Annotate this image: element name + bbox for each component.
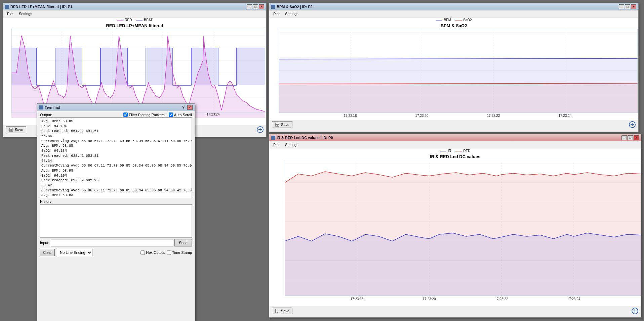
red-legend-line bbox=[117, 20, 123, 20]
timestamp-label[interactable]: Time Stamp bbox=[167, 250, 192, 255]
history-label: History: bbox=[37, 198, 195, 204]
hex-output-checkbox[interactable] bbox=[140, 250, 145, 255]
maximize-button[interactable]: □ bbox=[253, 4, 258, 9]
svg-text:17:23:22: 17:23:22 bbox=[487, 114, 500, 118]
red-dc-legend: RED bbox=[455, 149, 470, 153]
svg-marker-79 bbox=[285, 233, 641, 296]
window-controls-ir: ─ □ ✕ bbox=[621, 135, 639, 140]
svg-text:17:23:24: 17:23:24 bbox=[207, 112, 220, 116]
window-controls-bpm: ─ □ ✕ bbox=[619, 4, 636, 9]
bpm-chart-area: BPM SaO2 BPM & SaO2 bbox=[269, 17, 638, 120]
ir-target-icon[interactable] bbox=[632, 308, 638, 314]
output-header: Output: Filter Plotting Packets Auto Scr… bbox=[37, 111, 195, 118]
red-led-title: RED LED LP+MEAN filtered | ID: P1 bbox=[5, 5, 72, 9]
bpm-target-icon[interactable] bbox=[629, 121, 636, 128]
ir-red-title-bar: IR & RED Led DC values | ID: P0 ─ □ ✕ bbox=[269, 134, 641, 141]
hex-output-label[interactable]: Hex Output bbox=[140, 250, 165, 255]
red-led-chart-title: RED LED LP+MEAN filtered bbox=[3, 22, 266, 29]
window-icon bbox=[5, 5, 9, 9]
ir-red-title: IR & RED Led DC values | ID: P0 bbox=[271, 136, 333, 140]
minimize-button[interactable]: ─ bbox=[247, 4, 252, 9]
target-icon[interactable] bbox=[257, 126, 264, 133]
filter-checkbox-label[interactable]: Filter Plotting Packets bbox=[123, 112, 164, 117]
autoscroll-checkbox[interactable] bbox=[169, 112, 173, 117]
close-button[interactable]: ✕ bbox=[259, 4, 264, 9]
svg-rect-95 bbox=[277, 312, 278, 313]
output-label: Output: bbox=[40, 113, 52, 117]
svg-rect-35 bbox=[10, 130, 12, 131]
close-button-ir[interactable]: ✕ bbox=[634, 135, 639, 140]
input-row: Input: Send bbox=[37, 238, 195, 248]
svg-rect-93 bbox=[276, 309, 279, 311]
svg-rect-65 bbox=[277, 125, 278, 126]
save-icon bbox=[9, 127, 13, 132]
terminal-window: Terminal ? ✕ Output: Filter Plotting Pac… bbox=[37, 103, 195, 321]
terminal-controls: ? ✕ bbox=[180, 105, 193, 110]
plot-menu[interactable]: Plot bbox=[4, 11, 16, 16]
terminal-title-bar: Terminal ? ✕ bbox=[37, 104, 195, 111]
bpm-save-row: Save bbox=[269, 120, 638, 129]
bpm-legend: BPM bbox=[436, 18, 451, 22]
minimize-button-bpm[interactable]: ─ bbox=[619, 4, 624, 9]
maximize-button-bpm[interactable]: □ bbox=[625, 4, 630, 9]
bpm-legend-line bbox=[436, 20, 442, 20]
timestamp-checkbox[interactable] bbox=[167, 250, 171, 255]
red-led-save-button[interactable]: Save bbox=[6, 126, 26, 133]
window-icon bbox=[271, 5, 275, 9]
chart-legend: RED BEAT bbox=[3, 17, 266, 22]
window-icon-ir bbox=[271, 136, 275, 140]
menu-bar: Plot Settings bbox=[3, 10, 266, 17]
bpm-sao2-title-bar: BPM & SaO2 | ID: P2 ─ □ ✕ bbox=[269, 3, 638, 10]
svg-text:17:23:24: 17:23:24 bbox=[559, 114, 572, 118]
minimize-button-ir[interactable]: ─ bbox=[621, 135, 627, 140]
maximize-button-ir[interactable]: □ bbox=[628, 135, 633, 140]
ir-svg: 960 000 950 000 940 000 930 000 920 000 … bbox=[285, 160, 641, 303]
red-dc-legend-line bbox=[455, 151, 462, 151]
input-field[interactable] bbox=[51, 239, 173, 246]
svg-rect-49 bbox=[279, 83, 638, 113]
close-button-bpm[interactable]: ✕ bbox=[631, 4, 636, 9]
line-ending-select[interactable]: No Line Ending bbox=[57, 249, 92, 256]
terminal-close-button[interactable]: ✕ bbox=[187, 105, 193, 110]
input-label: Input: bbox=[40, 241, 49, 245]
settings-menu[interactable]: Settings bbox=[16, 11, 35, 16]
sao2-legend-line bbox=[455, 20, 462, 20]
window-controls: ─ □ ✕ bbox=[247, 4, 264, 9]
ir-save-row: Save bbox=[269, 306, 641, 316]
svg-text:17:23:20: 17:23:20 bbox=[423, 297, 436, 301]
terminal-icon bbox=[39, 105, 43, 109]
svg-rect-33 bbox=[10, 128, 12, 129]
output-text[interactable]: Avg. BPM: 68.85 SaO2: 94.13% Peak reache… bbox=[40, 118, 192, 198]
bpm-chart-title: BPM & SaO2 bbox=[269, 22, 638, 29]
history-text bbox=[40, 204, 192, 238]
save-icon-ir bbox=[275, 309, 280, 313]
save-icon-bpm bbox=[275, 122, 280, 127]
bpm-plot-menu[interactable]: Plot bbox=[271, 11, 282, 16]
svg-text:17:23:18: 17:23:18 bbox=[351, 297, 364, 301]
bpm-settings-menu[interactable]: Settings bbox=[282, 11, 301, 16]
ir-menu-bar: Plot Settings bbox=[269, 141, 641, 148]
ir-legend: IR bbox=[440, 149, 451, 153]
bpm-save-button[interactable]: Save bbox=[272, 121, 292, 128]
bottom-row: Clear No Line Ending Hex Output Time Sta… bbox=[37, 248, 195, 257]
checkbox-row: Filter Plotting Packets Auto Scroll bbox=[123, 112, 192, 117]
bpm-chart-legend: BPM SaO2 bbox=[269, 17, 638, 22]
ir-red-window: IR & RED Led DC values | ID: P0 ─ □ ✕ Pl… bbox=[269, 134, 641, 318]
clear-button[interactable]: Clear bbox=[40, 249, 55, 256]
ir-save-button[interactable]: Save bbox=[272, 308, 292, 314]
ir-legend-line bbox=[440, 151, 446, 151]
bpm-sao2-window: BPM & SaO2 | ID: P2 ─ □ ✕ Plot Settings … bbox=[269, 3, 639, 132]
svg-text:17:23:20: 17:23:20 bbox=[415, 114, 429, 118]
ir-settings-menu[interactable]: Settings bbox=[282, 142, 301, 147]
ir-chart-legend: IR RED bbox=[269, 148, 641, 153]
terminal-help[interactable]: ? bbox=[180, 105, 187, 110]
beat-legend-line bbox=[136, 20, 143, 20]
autoscroll-checkbox-label[interactable]: Auto Scroll bbox=[169, 112, 192, 117]
send-button[interactable]: Send bbox=[174, 239, 192, 246]
ir-plot-menu[interactable]: Plot bbox=[271, 142, 282, 147]
terminal-title: Terminal bbox=[39, 105, 60, 109]
svg-marker-18 bbox=[237, 48, 265, 85]
red-led-title-bar: RED LED LP+MEAN filtered | ID: P1 ─ □ ✕ bbox=[3, 3, 266, 10]
filter-checkbox[interactable] bbox=[123, 112, 128, 117]
svg-text:17:23:22: 17:23:22 bbox=[495, 297, 508, 301]
